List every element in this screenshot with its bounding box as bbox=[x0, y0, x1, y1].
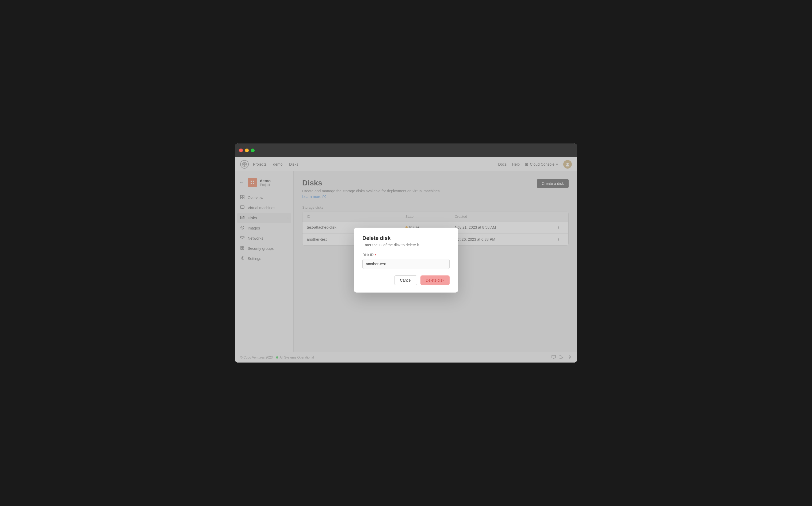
delete-disk-button[interactable]: Delete disk bbox=[420, 275, 450, 285]
dialog-actions: Cancel Delete disk bbox=[362, 275, 450, 285]
close-button[interactable] bbox=[239, 149, 243, 152]
required-indicator: • bbox=[375, 252, 376, 257]
titlebar bbox=[235, 144, 577, 157]
app-content: Projects › demo › Disks Docs Help ⊞ Clou… bbox=[235, 157, 577, 362]
dialog-subtitle: Enter the ID of the disk to delete it bbox=[362, 243, 450, 247]
traffic-lights bbox=[239, 149, 255, 152]
modal-overlay[interactable]: Delete disk Enter the ID of the disk to … bbox=[235, 157, 577, 362]
cancel-button[interactable]: Cancel bbox=[394, 275, 417, 285]
disk-id-label: Disk ID bbox=[362, 253, 374, 257]
disk-id-input[interactable] bbox=[362, 259, 450, 269]
app-window: Projects › demo › Disks Docs Help ⊞ Clou… bbox=[235, 144, 577, 362]
maximize-button[interactable] bbox=[251, 149, 255, 152]
delete-disk-dialog: Delete disk Enter the ID of the disk to … bbox=[354, 228, 458, 292]
dialog-title: Delete disk bbox=[362, 235, 450, 241]
disk-id-field-label: Disk ID • bbox=[362, 252, 450, 257]
minimize-button[interactable] bbox=[245, 149, 249, 152]
